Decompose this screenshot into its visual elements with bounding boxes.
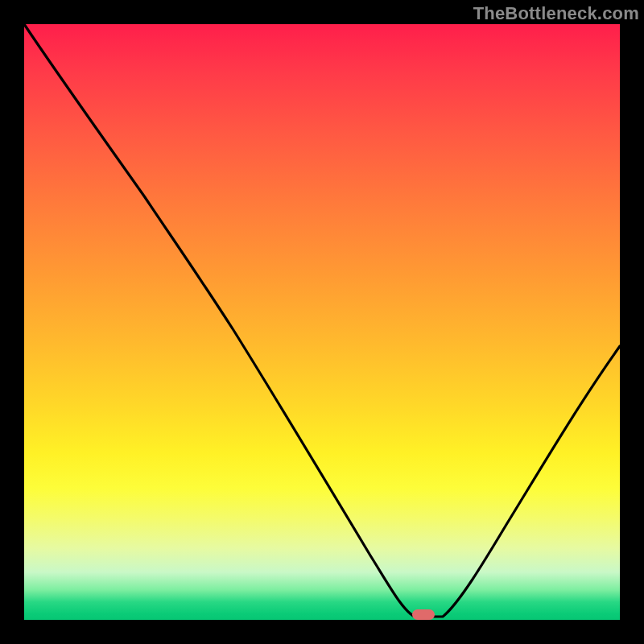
bottleneck-curve bbox=[24, 24, 620, 620]
chart-frame: TheBottleneck.com bbox=[0, 0, 644, 644]
plot-area bbox=[24, 24, 620, 620]
optimal-marker bbox=[412, 609, 435, 620]
watermark-text: TheBottleneck.com bbox=[473, 3, 639, 24]
